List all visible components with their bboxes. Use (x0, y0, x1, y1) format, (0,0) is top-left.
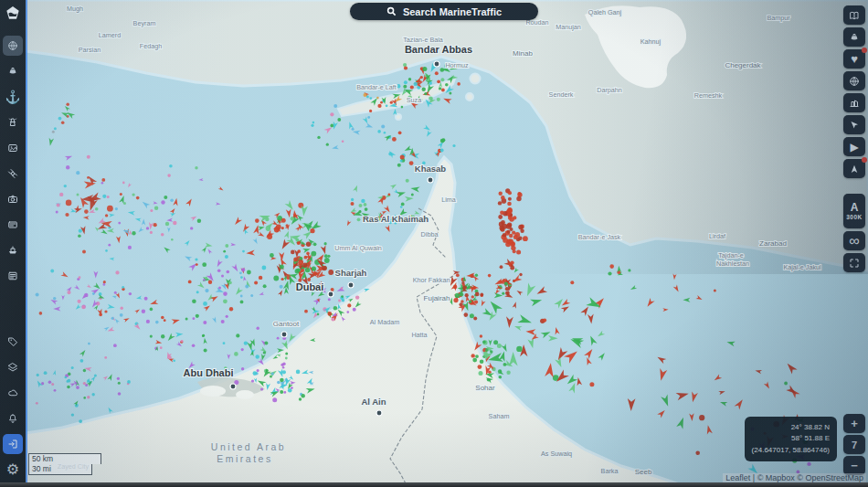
vessel-dot[interactable] (61, 122, 65, 125)
vessel-dot[interactable] (105, 214, 108, 217)
vessel-dot[interactable] (460, 302, 463, 306)
vessel-dot[interactable] (331, 288, 334, 291)
vessel-dot[interactable] (217, 269, 221, 272)
vessel-dot[interactable] (242, 250, 245, 253)
vessel-dot[interactable] (342, 141, 344, 143)
map-style-button[interactable] (843, 71, 865, 90)
vessel-dot[interactable] (609, 264, 614, 269)
vessel-dot[interactable] (104, 356, 107, 359)
sidebar-item-ports[interactable]: ⚓ (3, 87, 23, 107)
vessel-dot[interactable] (196, 314, 199, 318)
vessel-dot[interactable] (326, 143, 329, 146)
vessel-dot[interactable] (328, 312, 333, 316)
vessel-dot[interactable] (304, 310, 308, 313)
vessel-dot[interactable] (429, 81, 432, 85)
vessel-dot[interactable] (115, 270, 119, 274)
sidebar-item-notifications[interactable] (3, 408, 23, 429)
vessel-dot[interactable] (146, 227, 149, 229)
vessel-dot[interactable] (505, 287, 509, 291)
vessel-dot[interactable] (82, 249, 86, 253)
vessel-dot[interactable] (223, 342, 226, 344)
vessel-dot[interactable] (228, 281, 232, 285)
vessel-dot[interactable] (76, 171, 79, 175)
vessel-dot[interactable] (144, 297, 148, 301)
vessel-dot[interactable] (411, 194, 414, 196)
vessel-dot[interactable] (445, 83, 449, 87)
vessel-dot[interactable] (170, 198, 174, 202)
vessel-dot[interactable] (164, 319, 166, 322)
vessel-dot[interactable] (516, 346, 522, 352)
port-filters-button[interactable] (843, 93, 865, 112)
vessel-dot[interactable] (510, 266, 514, 270)
vessel-dot[interactable] (118, 382, 121, 385)
vessel-dot[interactable] (471, 295, 474, 298)
vessel-dot[interactable] (499, 192, 503, 196)
vessel-dot[interactable] (401, 106, 404, 109)
vessel-dot[interactable] (155, 321, 159, 324)
vessel-dot[interactable] (185, 318, 188, 321)
vessel-dot[interactable] (424, 92, 427, 95)
vessel-dot[interactable] (359, 204, 363, 207)
vessel-dot[interactable] (784, 382, 788, 386)
sidebar-item-data-services[interactable] (3, 266, 23, 286)
vessel-dot[interactable] (101, 182, 104, 185)
vessel-dot[interactable] (87, 396, 90, 398)
vessel-dot[interactable] (490, 350, 492, 353)
vessel-dot[interactable] (517, 192, 521, 196)
vessel-dot[interactable] (404, 80, 408, 84)
vessel-dot[interactable] (283, 391, 286, 394)
vessel-dot[interactable] (192, 299, 196, 303)
vessel-dot[interactable] (196, 291, 199, 293)
vessel-dot[interactable] (92, 393, 95, 396)
vessel-dot[interactable] (104, 310, 107, 312)
vessel-dot[interactable] (78, 300, 81, 303)
vessel-dot[interactable] (285, 352, 288, 355)
vessel-dot[interactable] (502, 292, 504, 295)
vessel-dot[interactable] (409, 161, 414, 165)
vessel-dot[interactable] (136, 196, 140, 200)
vessel-dot[interactable] (117, 377, 120, 380)
vessel-dot[interactable] (271, 373, 274, 376)
vessel-dot[interactable] (347, 311, 350, 313)
vessel-dot[interactable] (508, 262, 511, 265)
vessel-dot[interactable] (401, 203, 405, 206)
vessel-dot[interactable] (223, 299, 228, 303)
vessel-dot[interactable] (473, 316, 477, 320)
vessel-dot[interactable] (256, 355, 259, 358)
vessel-dot[interactable] (245, 285, 249, 289)
vessel-dot[interactable] (129, 292, 132, 295)
vessel-dot[interactable] (330, 124, 333, 128)
vessel-dot[interactable] (347, 303, 351, 307)
vessel-dot[interactable] (263, 284, 267, 288)
vessel-dot[interactable] (500, 265, 503, 269)
vessel-dot[interactable] (37, 374, 39, 376)
vessel-dot[interactable] (173, 360, 175, 363)
vessel-dot[interactable] (404, 66, 408, 69)
vessel-dot[interactable] (150, 209, 153, 212)
sidebar-item-tags[interactable] (3, 332, 23, 352)
favorites-button[interactable]: ♥ (843, 49, 865, 69)
vessel-dot[interactable] (229, 307, 233, 311)
vessel-dot[interactable] (282, 366, 285, 369)
vessel-dot[interactable] (310, 228, 314, 233)
vessel-dot[interactable] (95, 207, 99, 211)
vessel-dot[interactable] (169, 164, 173, 168)
vessel-dot[interactable] (107, 196, 110, 198)
vessel-dot[interactable] (469, 300, 471, 302)
vessel-dot[interactable] (195, 166, 197, 169)
vessel-dot[interactable] (487, 378, 491, 382)
vessel-dot[interactable] (475, 274, 478, 277)
vessel-dot[interactable] (475, 292, 480, 297)
vessel-dot[interactable] (115, 207, 118, 210)
vessel-dot[interactable] (221, 320, 225, 323)
vessel-dot[interactable] (338, 300, 341, 302)
vessel-dot[interactable] (503, 233, 507, 238)
vessel-dot[interactable] (381, 125, 385, 129)
vessel-dot[interactable] (255, 218, 259, 223)
vessel-filters-button[interactable] (843, 27, 865, 47)
vessel-dot[interactable] (472, 358, 477, 363)
vessel-dot[interactable] (462, 285, 467, 290)
vessel-dot[interactable] (464, 312, 469, 317)
vessel-dot[interactable] (197, 219, 201, 223)
vessel-dot[interactable] (66, 103, 69, 107)
